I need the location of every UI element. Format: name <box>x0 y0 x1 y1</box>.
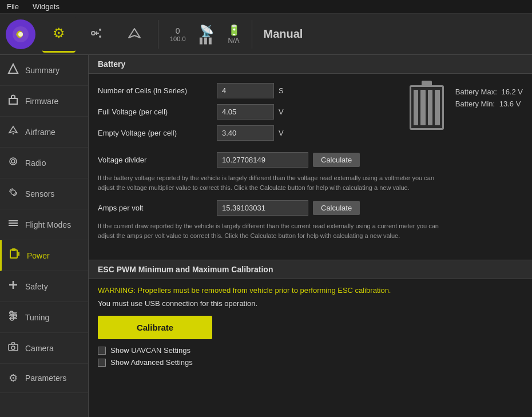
sidebar-item-summary[interactable]: Summary <box>0 55 88 86</box>
sidebar-item-parameters[interactable]: ⚙ Parameters <box>0 364 88 393</box>
amps-info-text: If the current draw reported by the vehi… <box>98 221 441 240</box>
sidebar-item-radio[interactable]: Radio <box>0 148 88 178</box>
full-voltage-input[interactable] <box>217 104 274 120</box>
fly-icon <box>126 25 142 43</box>
advanced-checkbox-label[interactable]: Show Advanced Settings <box>110 358 193 367</box>
svg-point-2 <box>92 31 95 35</box>
airframe-icon <box>7 125 19 139</box>
toolbar-divider-1 <box>158 20 158 49</box>
svg-rect-8 <box>9 98 17 104</box>
sidebar-label-power: Power <box>27 251 50 260</box>
battery-section: Number of Cells (in Series) S Full Volta… <box>89 74 532 257</box>
esc-usb-text: You must use USB connection for this ope… <box>98 299 523 308</box>
sidebar-item-firmware[interactable]: Firmware <box>0 86 88 117</box>
sidebar-label-tuning: Tuning <box>25 313 49 322</box>
full-voltage-row: Full Voltage (per cell) V <box>98 104 398 120</box>
parameters-icon: ⚙ <box>7 372 19 384</box>
flight-mode-label: Manual <box>264 27 303 41</box>
sidebar-item-flightmodes[interactable]: Flight Modes <box>0 209 88 240</box>
battery-max-value: 16.2 V <box>501 88 523 96</box>
sidebar-item-sensors[interactable]: Sensors <box>0 178 88 209</box>
cells-row: Number of Cells (in Series) S <box>98 83 398 98</box>
summary-icon <box>7 63 19 77</box>
battery-stats: Battery Max: 16.2 V Battery Min: 13.6 V <box>455 88 523 108</box>
cells-label: Number of Cells (in Series) <box>98 86 212 95</box>
cells-input[interactable] <box>217 83 274 98</box>
voltage-divider-row: Voltage divider Calculate <box>98 152 523 168</box>
sidebar-item-camera[interactable]: Camera <box>0 333 88 364</box>
plan-toolbar-btn[interactable] <box>80 16 113 53</box>
counter-value: 0 <box>176 26 180 35</box>
empty-voltage-label: Empty Voltage (per cell) <box>98 129 212 137</box>
sidebar: Summary Firmware Airframe Radio Sensors <box>0 55 89 417</box>
calculate-voltage-button[interactable]: Calculate <box>313 153 360 167</box>
advanced-checkbox[interactable] <box>98 359 106 367</box>
sidebar-label-airframe: Airframe <box>25 128 55 137</box>
calibrate-button[interactable]: Calibrate <box>98 316 212 339</box>
voltage-divider-label: Voltage divider <box>98 156 212 164</box>
svg-rect-16 <box>10 250 17 258</box>
toolbar-divider-2 <box>252 20 252 49</box>
sidebar-label-safety: Safety <box>25 282 48 291</box>
safety-icon <box>7 279 19 293</box>
voltage-divider-input[interactable] <box>217 152 308 168</box>
sidebar-label-summary: Summary <box>25 66 59 75</box>
voltage-info-text: If the battery voltage reported by the v… <box>98 173 441 192</box>
svg-marker-7 <box>9 64 18 73</box>
settings-toolbar-btn[interactable]: ⚙ <box>42 16 76 53</box>
svg-point-5 <box>99 29 101 31</box>
settings-icon: ⚙ <box>53 26 65 40</box>
firmware-icon <box>7 94 19 108</box>
fly-toolbar-btn[interactable] <box>118 16 151 53</box>
file-menu[interactable]: File <box>5 1 21 12</box>
camera-icon <box>7 341 19 355</box>
power-icon <box>9 248 21 263</box>
battery-min-label: Battery Min: <box>455 100 495 108</box>
full-voltage-unit: V <box>279 108 288 116</box>
battery-section-title: Battery <box>89 55 532 74</box>
empty-voltage-input[interactable] <box>217 125 274 141</box>
empty-voltage-unit: V <box>279 129 288 137</box>
cells-unit: S <box>279 86 288 95</box>
empty-voltage-row: Empty Voltage (per cell) V <box>98 125 398 141</box>
sidebar-item-tuning[interactable]: Tuning <box>0 302 88 333</box>
svg-point-28 <box>11 346 15 350</box>
sidebar-label-sensors: Sensors <box>25 189 54 198</box>
battery-status: N/A <box>228 37 240 45</box>
sidebar-label-radio: Radio <box>25 158 46 168</box>
uavcan-checkbox-label[interactable]: Show UAVCAN Settings <box>110 346 190 355</box>
radio-icon <box>7 156 19 170</box>
uavcan-checkbox-row: Show UAVCAN Settings <box>98 346 523 355</box>
sidebar-item-power[interactable]: Power <box>0 240 88 271</box>
svg-point-1 <box>18 32 23 37</box>
battery-max-stat: Battery Max: 16.2 V <box>455 88 523 96</box>
sidebar-item-airframe[interactable]: Airframe <box>0 117 88 148</box>
battery-min-stat: Battery Min: 13.6 V <box>455 100 523 108</box>
amps-per-volt-input[interactable] <box>217 200 308 216</box>
uavcan-checkbox[interactable] <box>98 347 106 355</box>
signal-icon: 📡 <box>200 24 214 38</box>
advanced-checkbox-row: Show Advanced Settings <box>98 358 523 367</box>
sensors-icon <box>7 186 19 201</box>
toolbar-counter: 0 100.0 <box>165 24 190 45</box>
plan-icon <box>89 25 105 43</box>
app-logo[interactable] <box>6 19 35 49</box>
calculate-amps-button[interactable]: Calculate <box>313 201 360 215</box>
tuning-icon <box>7 310 19 324</box>
toolbar-signal: 📡 ▋▋▋ <box>195 22 219 46</box>
battery-max-label: Battery Max: <box>455 88 497 96</box>
esc-warning-text: WARNING: Propellers must be removed from… <box>98 286 523 295</box>
widgets-menu[interactable]: Widgets <box>30 1 62 12</box>
amps-per-volt-label: Amps per volt <box>98 204 212 212</box>
battery-min-value: 13.6 V <box>499 100 521 108</box>
svg-point-12 <box>11 190 15 194</box>
svg-point-10 <box>11 160 15 163</box>
main-layout: Summary Firmware Airframe Radio Sensors <box>0 55 532 417</box>
full-voltage-label: Full Voltage (per cell) <box>98 108 212 116</box>
menu-bar: File Widgets <box>0 0 532 14</box>
svg-point-11 <box>10 158 17 165</box>
content-area: Battery Number of Cells (in Series) S Fu… <box>89 55 532 417</box>
esc-section: WARNING: Propellers must be removed from… <box>89 279 532 374</box>
sidebar-item-safety[interactable]: Safety <box>0 271 88 302</box>
flightmodes-icon <box>7 217 19 232</box>
